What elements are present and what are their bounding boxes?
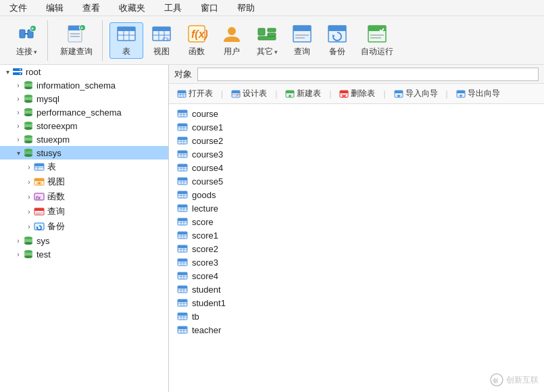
table-item-icon (177, 108, 188, 119)
svg-rect-70 (34, 178, 44, 181)
svg-rect-33 (293, 26, 311, 31)
table-list-item[interactable]: score3 (169, 255, 544, 269)
stusys-expand[interactable]: ▾ (14, 149, 23, 157)
table-list-item[interactable]: goods (169, 188, 544, 201)
stusys-backup-expand[interactable]: › (24, 223, 34, 230)
storeexpm-expand[interactable]: › (14, 122, 23, 130)
view-button[interactable]: 视图 (145, 22, 178, 59)
menu-file[interactable]: 文件 (5, 1, 31, 16)
mysql-expand[interactable]: › (14, 95, 23, 103)
new-query-button[interactable]: + 新建查询 (55, 22, 98, 59)
tree-item-stuexpm[interactable]: › stuexpm (0, 132, 168, 146)
autorun-button[interactable]: 自动运行 (355, 22, 399, 59)
menu-view[interactable]: 查看 (78, 1, 104, 16)
performance-schema-expand[interactable]: › (14, 109, 23, 116)
stusys-table-expand[interactable]: › (24, 164, 34, 171)
tree-item-stusys-func[interactable]: › fx 函数 (0, 189, 168, 204)
table-list-item[interactable]: score4 (169, 269, 544, 283)
connect-button[interactable]: + 连接 ▾ (9, 22, 43, 59)
export-wizard-button[interactable]: 导出向导 (453, 87, 503, 101)
table-list-item[interactable]: score (169, 215, 544, 228)
svg-rect-169 (178, 259, 187, 262)
menu-help[interactable]: 帮助 (233, 1, 259, 16)
watermark-text: 创新互联 (506, 374, 539, 386)
tree-item-stusys-backup[interactable]: › 备份 (0, 219, 168, 234)
view-group-icon (34, 176, 45, 187)
table-list-item[interactable]: course1 (169, 120, 544, 134)
table-item-icon (177, 243, 188, 254)
db-icon-6 (23, 147, 34, 158)
tree-item-root[interactable]: ▾ root (0, 65, 168, 78)
stusys-view-label: 视图 (47, 176, 65, 188)
root-expand-icon[interactable]: ▾ (3, 68, 12, 76)
db-icon (23, 80, 34, 91)
table-list-item[interactable]: course5 (169, 174, 544, 188)
table-list-item[interactable]: course3 (169, 147, 544, 161)
user-label: 用户 (224, 46, 240, 57)
svg-text:+: + (80, 26, 83, 30)
query-button[interactable]: 查询 (285, 22, 319, 59)
table-list-item[interactable]: tb (169, 310, 544, 323)
query-group-icon (34, 206, 45, 217)
table-item-name: course5 (192, 176, 223, 187)
table-list-item[interactable]: student1 (169, 296, 544, 310)
other-label: 其它 (257, 46, 273, 57)
other-icon (256, 23, 278, 45)
import-wizard-button[interactable]: 导入向导 (391, 87, 441, 101)
design-table-label: 设计表 (243, 88, 267, 99)
table-list-item[interactable]: score1 (169, 228, 544, 242)
connect-split-arrow[interactable]: ▾ (32, 49, 37, 55)
tree-item-stusys-query[interactable]: › 查询 (0, 204, 168, 219)
db-icon-4 (23, 120, 34, 131)
other-button[interactable]: 其它 ▾ (250, 22, 284, 59)
table-list-item[interactable]: course (169, 107, 544, 120)
svg-rect-129 (178, 151, 187, 153)
backup-button[interactable]: 备份 (320, 22, 354, 59)
tree-item-stusys[interactable]: ▾ stusys (0, 146, 168, 160)
tree-item-mysql[interactable]: › mysql (0, 92, 168, 105)
svg-rect-149 (178, 205, 187, 207)
menu-favorites[interactable]: 收藏夹 (115, 1, 149, 16)
svg-point-49 (24, 87, 32, 89)
table-list-item[interactable]: course4 (169, 161, 544, 174)
table-item-name: lecture (192, 203, 218, 214)
open-table-button[interactable]: 打开表 (174, 87, 216, 101)
svg-rect-119 (178, 124, 187, 126)
object-search-input[interactable] (197, 68, 539, 81)
svg-rect-98 (286, 91, 294, 93)
table-button[interactable]: 表 (109, 22, 143, 59)
tree-item-sys[interactable]: › sys (0, 234, 168, 247)
other-split-arrow[interactable]: ▾ (273, 49, 278, 55)
tree-item-stusys-table[interactable]: › 表 (0, 160, 168, 174)
tree-item-storeexpm[interactable]: › storeexpm (0, 119, 168, 132)
svg-rect-29 (268, 28, 276, 32)
stusys-view-expand[interactable]: › (24, 178, 34, 186)
delete-table-button[interactable]: 删除表 (337, 87, 378, 101)
tree-item-performance_schema[interactable]: › performance_schema (0, 105, 168, 119)
menu-edit[interactable]: 编辑 (42, 1, 68, 16)
tree-item-information_schema[interactable]: › information_schema (0, 78, 168, 92)
sys-expand[interactable]: › (14, 237, 23, 245)
table-item-icon (177, 324, 188, 335)
table-list-item[interactable]: lecture (169, 201, 544, 215)
function-button[interactable]: f(x) 函数 (180, 22, 214, 59)
tree-item-stusys-view[interactable]: › 视图 (0, 174, 168, 189)
design-table-button[interactable]: 设计表 (228, 87, 270, 101)
menu-tools[interactable]: 工具 (160, 1, 186, 16)
stusys-query-expand[interactable]: › (24, 208, 34, 216)
menu-window[interactable]: 窗口 (197, 1, 222, 16)
table-list-item[interactable]: score2 (169, 242, 544, 255)
stuexpm-expand[interactable]: › (14, 136, 23, 143)
new-table-button[interactable]: 新建表 (282, 87, 324, 101)
table-list-item[interactable]: teacher (169, 323, 544, 337)
svg-rect-106 (395, 91, 403, 93)
table-list-item[interactable]: student (169, 283, 544, 296)
tree-item-test[interactable]: › test (0, 247, 168, 261)
test-expand[interactable]: › (14, 251, 23, 258)
main-area: ▾ root › information_schema › (0, 65, 544, 392)
user-button[interactable]: 用户 (215, 22, 249, 59)
export-wizard-label: 导出向导 (468, 88, 500, 99)
stusys-func-expand[interactable]: › (24, 193, 34, 201)
information-schema-expand[interactable]: › (14, 82, 23, 89)
table-list-item[interactable]: course2 (169, 134, 544, 147)
